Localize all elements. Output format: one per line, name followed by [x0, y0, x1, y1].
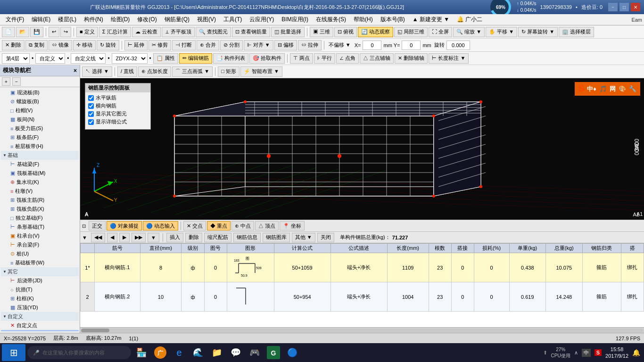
- menu-online[interactable]: 在线服务(S): [312, 15, 350, 25]
- btn-nav-down[interactable]: ▼: [148, 233, 159, 242]
- btn-rebar-lib[interactable]: 钢筋图库: [263, 233, 290, 242]
- taskbar-app-store[interactable]: 🏪: [133, 344, 150, 361]
- taskbar-app-g[interactable]: G: [265, 344, 282, 361]
- btn-nav-first[interactable]: ◀◀: [91, 233, 105, 242]
- btn-ortho[interactable]: 正交: [89, 221, 106, 230]
- checkbox-formula[interactable]: 显示详细公式: [88, 118, 148, 125]
- taskbar-app-game[interactable]: 🎮: [246, 344, 263, 361]
- btn-delete[interactable]: ✕ 删除: [2, 40, 25, 50]
- custom-line-select[interactable]: 自定义线: [71, 53, 106, 64]
- btn-dynamic-input[interactable]: 🔵 动态输入: [143, 221, 178, 230]
- btn-length-mark[interactable]: ⊢ 长度标注 ▼: [429, 53, 469, 64]
- zdyx-select[interactable]: ZDYX-32: [112, 53, 148, 64]
- h-scrollbar[interactable]: [80, 327, 644, 333]
- btn-three-points-aux[interactable]: △ 三点辅轴: [360, 53, 394, 64]
- btn-attr[interactable]: 📋 属性: [153, 53, 178, 64]
- sidebar-item-raft[interactable]: ▣ 筏板基础(M): [1, 169, 79, 178]
- btn-select[interactable]: ↖ 选择 ▼: [82, 66, 112, 77]
- btn-save[interactable]: 💾: [30, 27, 43, 37]
- btn-pickup[interactable]: 🎯 拾取构件: [249, 53, 285, 64]
- sidebar-item-board-band[interactable]: ≡ 桩层板带(H): [1, 142, 79, 151]
- viewport-section[interactable]: 钢筋显示控制面板 水平纵筋 横向钢筋 显示其它图元: [80, 78, 644, 220]
- menu-cloud[interactable]: 云应用(Y): [246, 15, 278, 25]
- sidebar-item-board-strip[interactable]: ⊞ 板条筋(F): [1, 133, 79, 142]
- btn-angle-point[interactable]: ∠ 点角: [336, 53, 359, 64]
- menu-file[interactable]: 文件(F): [2, 15, 28, 25]
- sidebar-item-foundation-beam[interactable]: ⊢ 基础梁(F): [1, 160, 79, 169]
- sidebar-item-main-rebar[interactable]: ≡ 柱墩(V): [1, 187, 79, 196]
- btn-nav-next[interactable]: ▶: [119, 233, 130, 242]
- btn-extend[interactable]: ⊢ 延伸: [124, 40, 148, 50]
- custom-select[interactable]: 自定义: [35, 53, 65, 64]
- btn-del-aux[interactable]: ✕ 删除辅轴: [395, 53, 428, 64]
- sidebar-collapse-btn[interactable]: ×: [74, 67, 77, 74]
- btn-align-top[interactable]: ⊥ 齐平板顶: [162, 27, 195, 37]
- checkbox-trans-rebar-input[interactable]: [88, 103, 94, 109]
- menu-quantity[interactable]: 钢筋量(Q): [161, 15, 193, 25]
- x-input[interactable]: [363, 41, 381, 50]
- btn-screen-rotate[interactable]: ↻ 屏幕旋转 ▼: [518, 27, 558, 37]
- btn-smart[interactable]: ⚡ 智能布置 ▼: [240, 66, 282, 77]
- menu-gxe[interactable]: 🔔 广小二: [453, 15, 486, 25]
- btn-pan[interactable]: ✋ 平移 ▼: [486, 27, 517, 37]
- btn-del-row[interactable]: 删除: [185, 233, 202, 242]
- taskbar-app-ie[interactable]: e: [171, 344, 188, 361]
- checkbox-other-input[interactable]: [88, 111, 94, 117]
- rotate-input[interactable]: [446, 41, 470, 50]
- menu-bim[interactable]: BIM应用(I): [278, 15, 312, 25]
- menu-edit[interactable]: 编辑(E): [28, 15, 54, 25]
- sidebar-section-other[interactable]: ▼ 其它: [1, 267, 79, 276]
- sidebar-item-custom-line[interactable]: ✕ 自定义线(X) ■: [1, 330, 79, 331]
- sidebar-item-cap-beam[interactable]: ⊢ 承台梁(F): [1, 240, 79, 249]
- btn-stretch[interactable]: ⇔ 拉伸: [298, 40, 322, 50]
- btn-zoom[interactable]: 🔍 缩放 ▼: [453, 27, 485, 37]
- btn-edit-rebar[interactable]: ✏ 编辑钢筋: [179, 53, 212, 64]
- menu-draw[interactable]: 绘图(D): [107, 15, 134, 25]
- sidebar-item-custom-point[interactable]: ✕ 自定义点: [1, 321, 79, 330]
- taskbar-app-blue[interactable]: 🔵: [284, 344, 301, 361]
- btn-center[interactable]: ⊕ 中点: [231, 221, 254, 230]
- btn-vertex[interactable]: △ 顶点: [255, 221, 279, 230]
- btn-parallel[interactable]: ⊦ 平行: [314, 53, 335, 64]
- btn-merge[interactable]: ⊕ 合并: [197, 40, 219, 50]
- btn-view-rebar[interactable]: ⊡ 查看钢筋量: [232, 27, 270, 37]
- table-area[interactable]: 筋号 直径(mm) 级别 图号 图形 计算公式 公式描述 长度(mm) 根数: [80, 243, 644, 327]
- btn-copy[interactable]: ⧉ 复制: [25, 40, 48, 50]
- btn-part-list[interactable]: 📑 构件列表: [213, 53, 248, 64]
- btn-move[interactable]: ✛ 移动: [73, 40, 96, 50]
- btn-rebar-info[interactable]: 钢筋信息: [233, 233, 261, 242]
- checkbox-h-rebar[interactable]: 水平纵筋: [88, 94, 148, 101]
- scrollbar-thumb[interactable]: [81, 329, 109, 332]
- y-input[interactable]: [402, 41, 421, 50]
- sidebar-item-column[interactable]: □ 柱帽(V): [1, 106, 79, 115]
- menu-version[interactable]: 版本号(B): [377, 15, 409, 25]
- start-button[interactable]: ⊞: [2, 344, 25, 361]
- minimize-button[interactable]: －: [608, 3, 618, 11]
- btn-insert[interactable]: 插入: [166, 233, 183, 242]
- btn-intersect[interactable]: ✕ 交点: [183, 221, 206, 230]
- btn-new[interactable]: 📄: [2, 27, 15, 37]
- btn-fullscreen[interactable]: ⛶ 全屏: [429, 27, 452, 37]
- sidebar-item-floor-slab[interactable]: ▣ 现浇板(B): [1, 88, 79, 97]
- btn-redo[interactable]: ↪: [60, 27, 71, 37]
- menu-component[interactable]: 构件(N): [80, 15, 107, 25]
- btn-split[interactable]: ⊘ 分割: [220, 40, 243, 50]
- btn-mirror[interactable]: ⇔ 镜像: [49, 40, 72, 50]
- btn-add-length[interactable]: ⊕ 点加长度: [138, 66, 171, 77]
- sidebar-item-isolated[interactable]: □ 独立基础(F): [1, 214, 79, 222]
- btn-midpoint[interactable]: ◆ 重点: [207, 221, 231, 230]
- sidebar-item-hole[interactable]: ⊞ 柱框(K): [1, 294, 79, 303]
- menu-floor[interactable]: 楼层(L): [54, 15, 80, 25]
- btn-nav-last[interactable]: ▶▶: [132, 233, 146, 242]
- btn-cloud-check[interactable]: ☁ 云检查: [132, 27, 161, 37]
- checkbox-h-rebar-input[interactable]: [88, 95, 94, 101]
- btn-nav-prev[interactable]: ◀: [107, 233, 117, 242]
- btn-3d[interactable]: ▣ 三维: [310, 27, 333, 37]
- btn-rotate[interactable]: ↻ 旋转: [97, 40, 119, 50]
- table-row[interactable]: 2 横向钢筋.2 10 ф 0: [81, 282, 644, 312]
- sidebar-section-custom[interactable]: ▼ 自定义: [1, 312, 79, 321]
- sidebar-item-board[interactable]: ▦ 板间(N): [1, 115, 79, 124]
- btn-scale-rebar[interactable]: 缩尺配筋: [204, 233, 231, 242]
- sidebar-item-raft-main[interactable]: ⊞ 筏板主筋(R): [1, 196, 79, 205]
- btn-batch-select[interactable]: ◫ 批量选择: [271, 27, 305, 37]
